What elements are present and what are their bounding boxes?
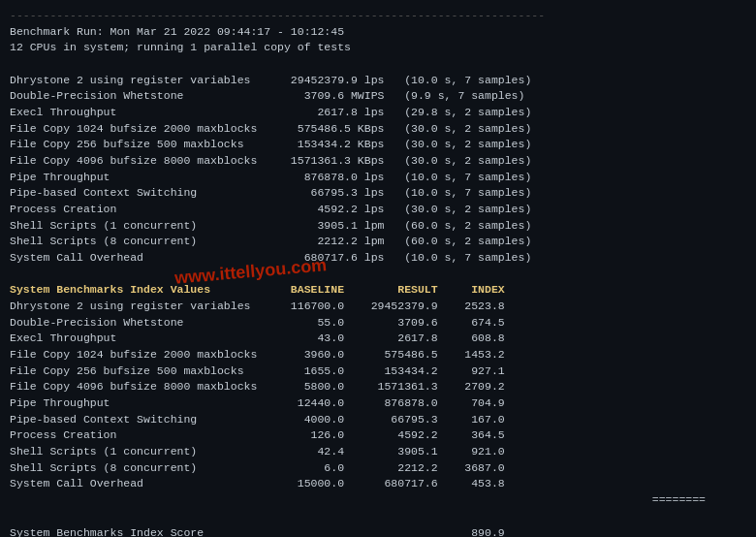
bench-result-row: Double-Precision Whetstone 3709.6 MWIPS … (10, 88, 746, 105)
bench-result-row: Pipe Throughput 876878.0 lps (10.0 s, 7 … (10, 170, 746, 186)
score-line: System Benchmarks Index Score 890.9 (10, 525, 746, 538)
bench-result-row: File Copy 4096 bufsize 8000 maxblocks 15… (10, 153, 746, 170)
bench-result-row: System Call Overhead 680717.6 lps (10.0 … (10, 250, 746, 267)
separator-top: ----------------------------------------… (10, 8, 746, 24)
blank3 (10, 509, 746, 525)
bench-result-row: Shell Scripts (1 concurrent) 3905.1 lpm … (10, 218, 746, 235)
table-data-row: File Copy 1024 bufsize 2000 maxblocks 39… (10, 347, 746, 363)
cpu-line: 12 CPUs in system; running 1 parallel co… (10, 40, 746, 56)
bench-result-row: File Copy 1024 bufsize 2000 maxblocks 57… (10, 121, 746, 138)
table-data-row: Dhrystone 2 using register variables 116… (10, 299, 746, 315)
table-data-row: File Copy 256 bufsize 500 maxblocks 1655… (10, 363, 746, 380)
table-header-row: System Benchmarks Index Values BASELINE … (10, 282, 746, 299)
blank2 (10, 267, 746, 283)
bench-result-row: Execl Throughput 2617.8 lps (29.8 s, 2 s… (10, 105, 746, 121)
table-rows: Dhrystone 2 using register variables 116… (10, 299, 746, 492)
table-header: System Benchmarks Index Values BASELINE … (10, 282, 746, 299)
table-data-row: System Call Overhead 15000.0 680717.6 45… (10, 476, 746, 492)
bench-result-row: Dhrystone 2 using register variables 294… (10, 73, 746, 89)
blank1 (10, 56, 746, 73)
bench-result-row: Shell Scripts (8 concurrent) 2212.2 lpm … (10, 234, 746, 250)
run-line: Benchmark Run: Mon Mar 21 2022 09:44:17 … (10, 24, 746, 41)
table-data-row: File Copy 4096 bufsize 8000 maxblocks 58… (10, 379, 746, 395)
table-data-row: Execl Throughput 43.0 2617.8 608.8 (10, 331, 746, 347)
bench-results: Dhrystone 2 using register variables 294… (10, 73, 746, 267)
table-data-row: Process Creation 126.0 4592.2 364.5 (10, 427, 746, 444)
table-data-row: Shell Scripts (8 concurrent) 6.0 2212.2 … (10, 460, 746, 477)
bench-result-row: File Copy 256 bufsize 500 maxblocks 1534… (10, 137, 746, 153)
bench-result-row: Pipe-based Context Switching 66795.3 lps… (10, 185, 746, 202)
equals-row: ======== (10, 492, 746, 509)
table-data-row: Pipe-based Context Switching 4000.0 6679… (10, 412, 746, 428)
terminal: ----------------------------------------… (10, 8, 746, 529)
table-data-row: Double-Precision Whetstone 55.0 3709.6 6… (10, 315, 746, 332)
table-data-row: Pipe Throughput 12440.0 876878.0 704.9 (10, 395, 746, 412)
table-data-row: Shell Scripts (1 concurrent) 42.4 3905.1… (10, 444, 746, 460)
bench-result-row: Process Creation 4592.2 lps (30.0 s, 2 s… (10, 202, 746, 218)
